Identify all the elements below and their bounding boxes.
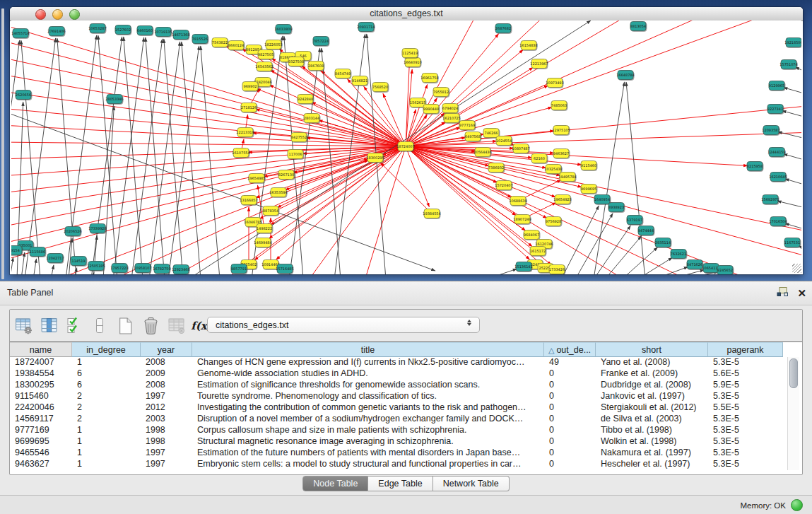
close-panel-icon[interactable]: ✕ bbox=[797, 288, 806, 298]
graph-node[interactable]: 19495784 bbox=[558, 173, 576, 182]
graph-node[interactable]: 16353594 bbox=[269, 188, 287, 197]
tab-edge-table[interactable]: Edge Table bbox=[368, 476, 433, 491]
graph-node[interactable]: 7568520 bbox=[372, 83, 388, 92]
graph-node[interactable]: 2620656 bbox=[16, 90, 31, 100]
graph-node[interactable]: 8471626 bbox=[687, 260, 702, 269]
table-row[interactable]: 969969511998Structural magnetic resonanc… bbox=[10, 436, 783, 448]
scrollbar-thumb[interactable] bbox=[789, 358, 798, 388]
select-rows-icon[interactable] bbox=[65, 317, 83, 335]
graph-node[interactable]: 2803144 bbox=[304, 114, 319, 123]
graph-node[interactable]: 16640910 bbox=[404, 58, 421, 67]
graph-node[interactable]: 9827505 bbox=[258, 50, 273, 59]
graph-node[interactable]: 12213967 bbox=[530, 59, 548, 69]
table-source-dropdown[interactable]: citations_edges.txt bbox=[207, 317, 480, 333]
graph-node[interactable]: 9684067 bbox=[524, 230, 539, 240]
column-header-name[interactable]: name bbox=[10, 342, 72, 357]
table-row[interactable]: 1872400712008Changes of HCN gene express… bbox=[10, 357, 783, 368]
graph-node[interactable]: 7386932 bbox=[488, 163, 504, 173]
graph-node[interactable]: 12213319 bbox=[236, 128, 254, 137]
graph-node[interactable]: 17016504 bbox=[769, 217, 787, 226]
graph-node[interactable]: 9115460 bbox=[581, 161, 596, 170]
graph-node[interactable]: 2718126 bbox=[241, 103, 257, 112]
graph-node[interactable]: 1527602 bbox=[115, 25, 131, 35]
graph-node[interactable]: 9129965 bbox=[769, 81, 784, 90]
graph-node[interactable]: 19384554 bbox=[423, 209, 440, 218]
graph-node[interactable]: 10325438 bbox=[544, 165, 562, 174]
graph-node[interactable]: 15720407 bbox=[495, 181, 512, 190]
graph-node[interactable]: 14699484 bbox=[254, 238, 271, 247]
graph-node[interactable]: 8215958 bbox=[747, 162, 763, 171]
tab-node-table[interactable]: Node Table bbox=[302, 476, 368, 491]
graph-node[interactable]: 15751074 bbox=[779, 60, 797, 69]
graph-node[interactable]: 7632621 bbox=[671, 250, 686, 259]
graph-node[interactable]: 10653287 bbox=[88, 24, 106, 33]
float-panel-icon[interactable] bbox=[777, 286, 789, 300]
graph-node[interactable]: 16210725 bbox=[442, 114, 460, 123]
table-row[interactable]: 977716911998Corpus callosum shape and si… bbox=[10, 425, 783, 436]
graph-node[interactable]: 9463627 bbox=[553, 149, 569, 158]
graph-node[interactable]: 15716485 bbox=[276, 264, 293, 274]
graph-node[interactable]: 6794024 bbox=[442, 104, 458, 113]
table-row[interactable]: 946554611997Estimation of the future num… bbox=[10, 448, 783, 459]
table-row[interactable]: 1830029562008Estimation of significance … bbox=[10, 380, 783, 391]
graph-node[interactable]: 27691406 bbox=[47, 27, 65, 36]
graph-node[interactable]: 20206526 bbox=[64, 227, 81, 236]
graph-node[interactable]: 9146821 bbox=[352, 76, 367, 86]
graph-node[interactable]: 62160 bbox=[531, 154, 547, 163]
graph-node[interactable]: 746266 bbox=[483, 129, 499, 138]
table-row[interactable]: 946362711997Embryonic stem cells: a mode… bbox=[10, 459, 783, 470]
table-row[interactable]: 1938455462009Genome-wide association stu… bbox=[10, 368, 783, 380]
table-settings-icon[interactable] bbox=[14, 317, 33, 335]
graph-node[interactable]: 16782759 bbox=[153, 264, 170, 274]
window-titlebar[interactable]: citations_edges.txt bbox=[10, 7, 803, 21]
network-svg[interactable]: 1872400775638228660124891295418226053982… bbox=[11, 21, 801, 274]
graph-node[interactable]: 18300295 bbox=[366, 153, 384, 163]
graph-node[interactable]: 28053346 bbox=[105, 95, 123, 104]
graph-node[interactable]: 8813054 bbox=[630, 22, 646, 31]
table-row[interactable]: 2242004622012Investigating the contribut… bbox=[10, 402, 783, 414]
network-canvas[interactable]: 1872400775638228660124891295418226053982… bbox=[11, 21, 801, 274]
column-header-pagerank[interactable]: pagerank bbox=[708, 342, 783, 357]
import-table-icon[interactable] bbox=[167, 317, 185, 335]
graph-node[interactable]: 7857224 bbox=[313, 37, 329, 46]
new-column-icon[interactable] bbox=[116, 317, 134, 335]
graph-node[interactable]: 1125419 bbox=[402, 49, 418, 58]
graph-node[interactable]: 2935114 bbox=[655, 238, 671, 247]
graph-node[interactable]: 8454749 bbox=[335, 69, 351, 78]
row-height-icon[interactable] bbox=[90, 317, 109, 335]
graph-node[interactable]: 20564436 bbox=[473, 148, 491, 157]
graph-node[interactable]: 16543562 bbox=[255, 62, 273, 71]
column-header-indegree[interactable]: in_degree bbox=[72, 342, 141, 357]
graph-node[interactable]: 1167531 bbox=[784, 238, 800, 247]
graph-node[interactable]: 1024554 bbox=[496, 136, 512, 146]
graph-node[interactable]: 9227341 bbox=[767, 105, 783, 114]
graph-node[interactable]: 1615172 bbox=[530, 247, 546, 256]
graph-node[interactable]: 16107554 bbox=[232, 148, 249, 158]
graph-node[interactable]: 1115686 bbox=[30, 247, 45, 257]
graph-node[interactable]: 6460160 bbox=[137, 26, 153, 35]
graph-node[interactable]: 2687682 bbox=[495, 24, 511, 33]
graph-node[interactable]: 8660124 bbox=[228, 41, 244, 50]
graph-node[interactable]: 10958107 bbox=[134, 264, 151, 273]
graph-node[interactable]: 9777169 bbox=[459, 121, 475, 130]
graph-node[interactable]: 18907249 bbox=[513, 215, 531, 224]
graph-node[interactable]: 6497568 bbox=[465, 132, 481, 141]
tab-network-table[interactable]: Network Table bbox=[433, 476, 510, 491]
graph-node[interactable]: 10688639 bbox=[509, 197, 526, 206]
graph-node[interactable]: 16154838 bbox=[519, 41, 537, 50]
table-row[interactable]: 911546021997Tourette syndrome. Phenomeno… bbox=[10, 391, 783, 402]
graph-node[interactable]: 9327508 bbox=[288, 57, 304, 66]
graph-node[interactable]: 114519 bbox=[71, 257, 86, 266]
graph-node[interactable]: 18226053 bbox=[264, 40, 282, 49]
graph-node[interactable]: 16648784 bbox=[616, 71, 634, 80]
graph-node[interactable]: 9857791 bbox=[231, 264, 247, 274]
column-header-title[interactable]: title bbox=[192, 342, 544, 357]
graph-node[interactable]: 8878354 bbox=[263, 206, 278, 216]
graph-node[interactable]: 7563822 bbox=[212, 38, 228, 47]
graph-node[interactable]: 12444159 bbox=[767, 148, 785, 157]
graph-node[interactable]: 16210645 bbox=[769, 173, 787, 182]
graph-node[interactable]: 17339928 bbox=[88, 224, 106, 233]
graph-node[interactable]: 8427552 bbox=[291, 133, 307, 142]
graph-node[interactable]: 12975105 bbox=[552, 126, 570, 135]
show-column-icon[interactable] bbox=[40, 317, 58, 335]
